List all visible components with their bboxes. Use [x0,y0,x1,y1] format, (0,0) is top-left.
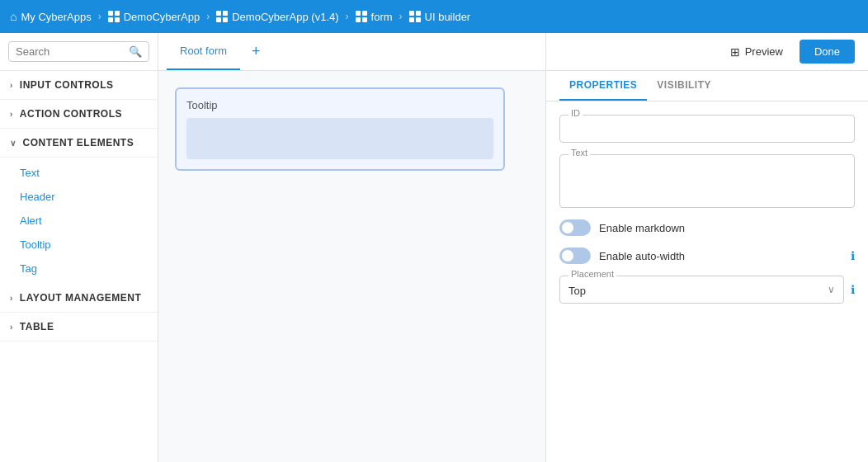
sidebar-item-alert[interactable]: Alert [0,209,158,233]
enable-autowidth-row: Enable auto-width ℹ [559,248,855,264]
tooltip-widget[interactable]: Tooltip [175,87,505,171]
dropdown-arrow-icon: ∨ [828,284,835,295]
breadcrumb-item-3[interactable]: form [356,11,393,23]
canvas-tab-root-form[interactable]: Root form [167,33,240,70]
home-icon: ⌂ [10,10,17,23]
text-field-label: Text [568,148,590,158]
autowidth-info-icon[interactable]: ℹ [851,249,855,262]
main-canvas: Root form + Tooltip [158,33,546,462]
placement-info-icon[interactable]: ℹ [851,283,855,296]
tooltip-widget-inner [186,118,493,159]
preview-button[interactable]: ⊞ Preview [722,40,791,64]
sidebar-section-layout-management[interactable]: › LAYOUT MANAGEMENT [0,284,158,313]
placement-row: Placement Top Bottom Left Right ∨ ℹ [559,276,855,304]
breadcrumb-item-4[interactable]: UI builder [409,11,471,23]
search-icon: 🔍 [129,45,142,58]
home-link[interactable]: ⌂ My CyberApps [10,10,92,23]
sidebar-section-label-action: ACTION CONTROLS [20,108,122,120]
chevron-right-icon-2: › [10,110,13,119]
sidebar-item-text[interactable]: Text [0,161,158,185]
panel-tabs: PROPERTIES VISIBILITY [546,71,868,101]
panel-body: ID Text Enable markdown Enable auto-widt… [546,101,868,462]
placement-dropdown[interactable]: Placement Top Bottom Left Right ∨ [559,276,844,304]
sidebar-section-label-input: INPUT CONTROLS [20,79,114,91]
sidebar-section-label-content: CONTENT ELEMENTS [23,137,134,148]
search-bar: 🔍 [0,33,158,71]
chevron-icon-1: › [98,11,101,22]
breadcrumb-label-1: DemoCyberApp [124,11,200,23]
done-button[interactable]: Done [800,40,855,64]
chevron-down-icon: ∨ [10,139,17,148]
breadcrumb-item-2[interactable]: DemoCyberApp (v1.4) [216,11,338,23]
sidebar-section-table[interactable]: › TABLE [0,313,158,342]
content-elements-items: Text Header Alert Tooltip Tag [0,158,158,284]
grid-icon-4 [409,11,421,22]
id-input[interactable] [568,124,846,136]
grid-icon-3 [356,11,367,22]
placement-field-label: Placement [568,269,616,279]
breadcrumb-label-3: form [371,11,393,23]
chevron-icon-3: › [346,11,349,22]
home-label: My CyberApps [21,11,91,23]
id-field-label: ID [568,108,583,118]
grid-icon-1 [108,11,120,22]
chevron-right-icon: › [10,81,13,90]
preview-label: Preview [745,45,783,58]
sidebar-section-label-table: TABLE [20,321,54,332]
canvas-tabs: Root form + [158,33,545,71]
placement-dropdown-wrapper: Placement Top Bottom Left Right ∨ [559,276,844,304]
chevron-right-icon-4: › [10,323,13,332]
sidebar-section-action-controls[interactable]: › ACTION CONTROLS [0,100,158,129]
main-layout: 🔍 › INPUT CONTROLS › ACTION CONTROLS ∨ C… [0,33,868,462]
sidebar-item-header[interactable]: Header [0,185,158,209]
enable-markdown-label: Enable markdown [599,222,685,234]
global-actions: ⊞ Preview Done [546,33,868,71]
preview-icon: ⊞ [730,45,740,59]
canvas-add-tab-button[interactable]: + [242,33,271,70]
canvas-content[interactable]: Tooltip [158,71,545,462]
enable-markdown-toggle[interactable] [559,219,591,236]
enable-autowidth-label: Enable auto-width [599,250,685,262]
sidebar-section-content-elements[interactable]: ∨ CONTENT ELEMENTS [0,129,158,158]
text-field[interactable]: Text [559,154,855,208]
search-input[interactable] [16,45,124,58]
sidebar-item-tag[interactable]: Tag [0,257,158,280]
add-icon: + [252,43,261,60]
sidebar: 🔍 › INPUT CONTROLS › ACTION CONTROLS ∨ C… [0,33,158,462]
breadcrumb-label-2: DemoCyberApp (v1.4) [232,11,338,23]
chevron-icon-2: › [206,11,210,22]
sidebar-section-input-controls[interactable]: › INPUT CONTROLS [0,71,158,100]
sidebar-section-label-layout: LAYOUT MANAGEMENT [20,292,141,304]
placement-select[interactable]: Top Bottom Left Right [568,285,817,297]
canvas-tab-label: Root form [180,45,227,57]
breadcrumb-label-4: UI builder [425,11,471,23]
grid-icon-2 [216,11,228,22]
enable-markdown-row: Enable markdown [559,219,855,236]
chevron-icon-4: › [399,11,403,22]
breadcrumb-item-1[interactable]: DemoCyberApp [108,11,200,23]
text-textarea[interactable] [568,162,846,199]
topbar: ⌂ My CyberApps › DemoCyberApp › DemoCybe… [0,0,868,33]
search-input-wrap[interactable]: 🔍 [8,41,149,62]
id-field[interactable]: ID [559,115,855,143]
chevron-right-icon-3: › [10,294,13,303]
right-panel: Tooltip ℹ 🗑 PROPERTIES VISIBILITY ID [546,33,868,462]
enable-autowidth-toggle[interactable] [559,248,591,264]
panel-tab-properties[interactable]: PROPERTIES [559,71,647,101]
tooltip-widget-label: Tooltip [186,99,493,111]
panel-tab-visibility[interactable]: VISIBILITY [647,71,721,101]
sidebar-item-tooltip[interactable]: Tooltip [0,233,158,257]
